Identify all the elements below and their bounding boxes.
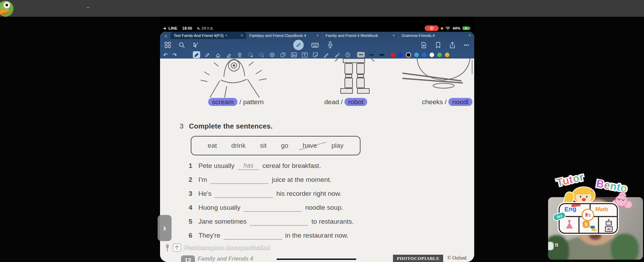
color-yellow[interactable]	[445, 53, 449, 57]
tab-label: Familary and Friend ClassBook 4	[249, 33, 306, 38]
close-icon[interactable]: ×	[238, 33, 243, 38]
tape-tool[interactable]	[323, 51, 330, 58]
screen-record-indicator[interactable]	[425, 25, 439, 31]
footer-rule	[276, 259, 356, 260]
tab-label: Grammar.Friends.4	[402, 33, 435, 38]
pen-icon	[295, 42, 302, 48]
color-blue[interactable]	[398, 53, 403, 57]
shape-tool[interactable]	[268, 51, 276, 58]
redo-button[interactable]: ↷	[173, 52, 177, 57]
name-overlay-text: ti	[555, 242, 558, 248]
sentence-text: I'm	[198, 176, 207, 184]
webcam-video[interactable]: ti	[548, 197, 643, 260]
soccer-game-avatar-icon[interactable]	[0, 1, 14, 17]
wifi-icon	[445, 26, 450, 30]
mic-in-use-dot	[441, 27, 443, 30]
close-icon[interactable]: ×	[313, 33, 319, 38]
sidebar-expand-handle[interactable]: ›	[158, 215, 172, 241]
drawing-toolbar: ↶ ↷	[160, 51, 474, 59]
word-bank-word: go	[281, 142, 288, 149]
home-icon: ⌂	[164, 33, 167, 38]
tab-classbook[interactable]: Familary and Friend ClassBook 4 ×	[246, 32, 322, 39]
noodle-bowl-sketch	[402, 59, 474, 96]
tab-test-family-and-friend[interactable]: Test Family And Friend 4(P.5) ▾ ×	[171, 32, 246, 39]
chevron-down-icon[interactable]: ▾	[225, 34, 227, 37]
pen-icon	[194, 52, 199, 58]
lasso-cut-tool[interactable]	[247, 51, 254, 58]
stroke-width-picker	[357, 52, 386, 57]
stamp-icon	[237, 52, 243, 58]
laser-tool[interactable]	[333, 51, 341, 58]
image-tool[interactable]	[290, 51, 297, 58]
answer-blank	[214, 190, 273, 198]
stroke-thin-selected[interactable]	[357, 52, 365, 57]
tab-grammar-friends[interactable]: Grammar.Friends.4 ×	[398, 32, 474, 39]
color-black-selected[interactable]	[406, 52, 411, 57]
color-green[interactable]	[437, 53, 442, 57]
color-sky-blue[interactable]	[414, 53, 419, 57]
pointer-tool-button[interactable]	[191, 41, 200, 49]
text-tool[interactable]	[301, 51, 308, 58]
stroke-thick[interactable]	[378, 52, 386, 57]
sentence-row: 5 Jane sometimes to restaurants.	[189, 215, 354, 229]
undo-button[interactable]: ↶	[163, 52, 168, 57]
share-button[interactable]	[448, 41, 456, 49]
lasso-icon	[258, 52, 264, 58]
sentence-list: 1 Pete usually has cereal for breakfast.…	[189, 159, 354, 242]
back-to-app-icon[interactable]: ◀	[163, 26, 166, 30]
stroke-medium[interactable]	[368, 52, 375, 57]
add-page-button[interactable]	[419, 41, 428, 49]
more-menu-button[interactable]: •••	[462, 41, 471, 49]
image-icon	[291, 52, 297, 58]
sentence-number: 4	[189, 204, 198, 211]
color-medium-blue[interactable]	[422, 53, 426, 57]
record-icon	[430, 26, 434, 30]
brand-word-tutor: Tutor	[555, 171, 585, 189]
exercise-number: 3	[180, 122, 184, 130]
desktop-topbar	[0, 0, 644, 17]
sentence-number: 5	[189, 218, 198, 225]
sentence-text: Jane sometimes	[198, 218, 247, 225]
color-red[interactable]	[391, 53, 395, 57]
search-button[interactable]	[177, 41, 186, 49]
app-chrome: ⌂ Test Family And Friend 4(P.5) ▾ × Fami…	[160, 32, 474, 59]
sentence-text: his recorder right now.	[276, 190, 341, 198]
highlighter-tool[interactable]	[225, 51, 233, 58]
stamp-tool[interactable]	[236, 51, 243, 58]
clock-icon	[345, 52, 351, 58]
highlighted-word: scream	[208, 98, 237, 106]
carrier-label: LINE	[168, 26, 177, 30]
sticker-tool[interactable]	[312, 51, 319, 58]
pen-tool[interactable]	[193, 51, 200, 58]
pencil-tool[interactable]	[204, 51, 211, 58]
word-bank-word-crossed: have	[303, 142, 317, 149]
thumbnail-grid-button[interactable]	[164, 41, 172, 49]
bookmark-button[interactable]	[434, 41, 442, 49]
plain-word: pattern	[243, 98, 264, 106]
page-number-badge: 12	[181, 255, 195, 262]
soccer-ball-icon	[3, 2, 10, 8]
screaming-person-sketch	[193, 59, 275, 98]
tab-label: Family and Friend 4 WorkBook	[326, 33, 378, 38]
photocopiable-stamp: PHOTOCOPIABLE	[393, 255, 443, 262]
duplicate-tool[interactable]	[279, 51, 287, 58]
word-bank: eat drink sit go have play	[191, 136, 361, 155]
notes-app-window: ⌂ Test Family And Friend 4(P.5) ▾ × Fami…	[160, 32, 474, 262]
color-white[interactable]	[430, 53, 434, 57]
shape-star-icon	[269, 52, 275, 58]
sticker-icon	[312, 52, 318, 58]
keyboard-button[interactable]	[311, 41, 319, 49]
pen-tool-active-button[interactable]	[293, 40, 304, 50]
tab-label: Test Family And Friend 4(P.5)	[174, 33, 223, 38]
timer-tool[interactable]	[344, 51, 351, 58]
chevron-right-icon: ›	[163, 223, 166, 233]
eraser-tool[interactable]	[214, 51, 222, 58]
close-icon[interactable]: ×	[466, 33, 471, 38]
annotator-pin[interactable]: Phattharaphon Boonyawinaikul	[165, 243, 271, 252]
ipad-screen: ◀ LINE 18:50 พ. 24 ก.ย.	[160, 17, 474, 262]
close-icon[interactable]: ×	[390, 33, 395, 38]
tab-workbook[interactable]: Family and Friend 4 WorkBook ×	[322, 32, 398, 39]
home-button[interactable]: ⌂	[161, 32, 171, 39]
microphone-button[interactable]	[326, 41, 334, 49]
lasso-tool[interactable]	[258, 51, 265, 58]
